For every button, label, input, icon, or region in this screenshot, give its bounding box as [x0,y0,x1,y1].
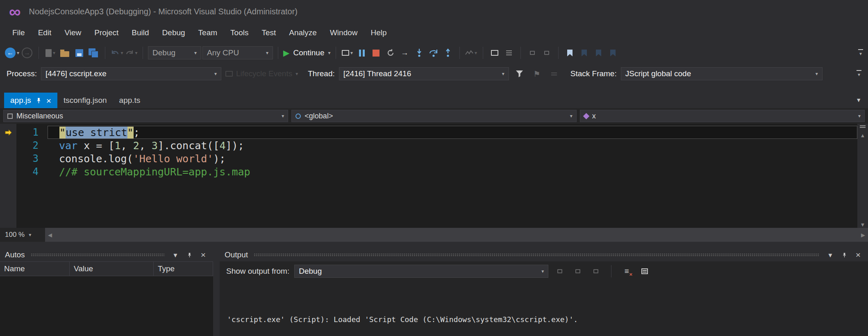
lifecycle-events-button[interactable]: Lifecycle Events ▾ [225,69,298,78]
code-text[interactable]: //# sourceMappingURL=app.js.map [48,165,857,178]
continue-button[interactable]: ▶ Continue ▾ [283,46,330,60]
close-panel-icon[interactable]: × [198,250,208,260]
code-line-4[interactable]: 4 //# sourceMappingURL=app.js.map [0,165,857,178]
save-all-button[interactable] [87,46,100,60]
clear-all-button[interactable]: ≡× [620,264,633,278]
code-line-3[interactable]: 3 console.log( 'Hello world' ); [0,152,857,165]
menu-debug[interactable]: Debug [156,26,192,40]
code-editor[interactable]: 1 " use strict " ; 2 var x = [ 1 , 2 , 3… [0,124,868,228]
diagnostic-tools-button[interactable]: ▾ [341,46,354,60]
toolbar-overflow-button[interactable]: ▾ [858,49,863,57]
column-name[interactable]: Name [0,262,70,276]
panel-splitter[interactable] [0,242,868,248]
scroll-left-icon[interactable]: ◀ [48,232,52,238]
suspend-threads-button[interactable] [548,67,561,81]
thread-combo[interactable]: [2416] Thread 2416▾ [339,67,509,80]
menu-analyze[interactable]: Analyze [282,26,323,40]
type-dropdown[interactable]: <global> ▾ [291,110,576,122]
step-into-button[interactable] [413,46,426,60]
solution-platform-combo[interactable]: Any CPU▾ [202,46,273,59]
auto-hide-pin-icon[interactable] [184,252,194,258]
close-tab-icon[interactable]: × [46,96,51,105]
navigate-forward-button[interactable]: → [20,46,34,60]
window-position-icon[interactable]: ▼ [825,252,835,259]
application-insights-button[interactable]: ▾ [465,46,478,60]
uncomment-selection-button[interactable] [540,46,553,60]
menu-test[interactable]: Test [255,26,282,40]
solution-configuration-combo[interactable]: Debug▾ [148,46,201,59]
project-dropdown[interactable]: Miscellaneous ▾ [3,110,288,122]
toggle-word-wrap-button[interactable] [638,264,651,278]
previous-bookmark-button[interactable] [578,46,591,60]
zoom-level-dropdown[interactable]: 100 % ▾ [0,228,45,242]
document-list-caret-icon[interactable]: ▼ [856,97,861,103]
tab-app-ts[interactable]: app.ts [113,93,147,108]
panel-grip[interactable] [31,253,165,257]
restart-button[interactable] [384,46,397,60]
window-position-icon[interactable]: ▼ [170,252,180,259]
find-message-button[interactable] [553,264,566,278]
menu-tools[interactable]: Tools [224,26,255,40]
column-value[interactable]: Value [70,262,154,276]
column-type[interactable]: Type [154,262,213,276]
code-text[interactable]: console.log( 'Hello world' ); [48,152,857,165]
undo-button[interactable]: ▾ [110,46,123,60]
step-over-button[interactable] [427,46,440,60]
menu-window[interactable]: Window [323,26,364,40]
member-dropdown[interactable]: x ▾ [580,110,865,122]
output-log[interactable]: 'cscript.exe' (Script): Loaded 'Script C… [220,281,868,336]
previous-message-button[interactable] [571,264,584,278]
save-button[interactable] [73,46,86,60]
debugbar-overflow-button[interactable]: ▾ [857,70,861,77]
clear-bookmarks-button[interactable] [607,46,620,60]
menu-team[interactable]: Team [192,26,224,40]
new-file-button[interactable]: ▾ [44,46,57,60]
code-line-1[interactable]: 1 " use strict " ; [0,126,857,139]
menu-file[interactable]: File [6,26,32,40]
autos-body[interactable] [0,276,213,336]
navigate-backward-button[interactable]: ←▾ [5,46,19,60]
code-line-2[interactable]: 2 var x = [ 1 , 2 , 3 ].concat([ 4 ]); [0,139,857,152]
open-file-button[interactable] [58,46,71,60]
scroll-up-icon[interactable]: ▲ [860,132,866,138]
auto-hide-pin-icon[interactable] [839,252,849,258]
vertical-panel-splitter[interactable] [213,248,220,336]
menu-build[interactable]: Build [125,26,155,40]
next-message-button[interactable] [589,264,602,278]
menu-help[interactable]: Help [364,26,393,40]
menu-edit[interactable]: Edit [32,26,58,40]
menu-view[interactable]: View [58,26,88,40]
toggle-bookmark-button[interactable] [564,46,577,60]
break-all-button[interactable] [355,46,368,60]
show-next-statement-button[interactable]: → [398,46,411,60]
horizontal-scrollbar[interactable]: ◀ ▶ [45,228,868,242]
stack-frame-combo[interactable]: JScript global code▾ [621,67,823,80]
stop-debugging-button[interactable] [370,46,383,60]
vertical-scrollbar[interactable]: ▲ ▼ [857,124,868,228]
output-header[interactable]: Output ▼ × [220,248,868,261]
scroll-right-icon[interactable]: ▶ [861,232,865,238]
redo-button[interactable]: ▾ [125,46,138,60]
flag-threads-button[interactable]: ⚑ [530,67,543,81]
scroll-down-icon[interactable]: ▼ [860,222,866,228]
panel-grip[interactable] [254,253,820,257]
process-combo[interactable]: [4476] cscript.exe▾ [41,67,221,80]
code-text[interactable]: var x = [ 1 , 2 , 3 ].concat([ 4 ]); [48,139,857,152]
previous-bookmark-icon [582,50,587,57]
pin-icon[interactable] [36,98,42,104]
output-source-combo[interactable]: Debug ▾ [294,265,548,278]
code-text[interactable]: " use strict " ; [48,126,857,139]
show-call-stack-button[interactable] [502,46,516,60]
next-bookmark-button[interactable] [592,46,605,60]
comment-selection-button[interactable] [526,46,539,60]
tab-tsconfig-json[interactable]: tsconfig.json [57,93,113,108]
close-panel-icon[interactable]: × [853,250,863,260]
show-threads-in-source-button[interactable] [488,46,501,60]
step-out-button[interactable] [441,46,454,60]
autos-header[interactable]: Autos ▼ × [0,248,213,261]
tab-app-js[interactable]: app.js × [4,93,57,108]
split-editor-handle-icon[interactable] [860,125,866,129]
menu-bar: File Edit View Project Build Debug Team … [0,23,868,43]
menu-project[interactable]: Project [88,26,125,40]
filter-threads-button[interactable] [513,67,526,81]
